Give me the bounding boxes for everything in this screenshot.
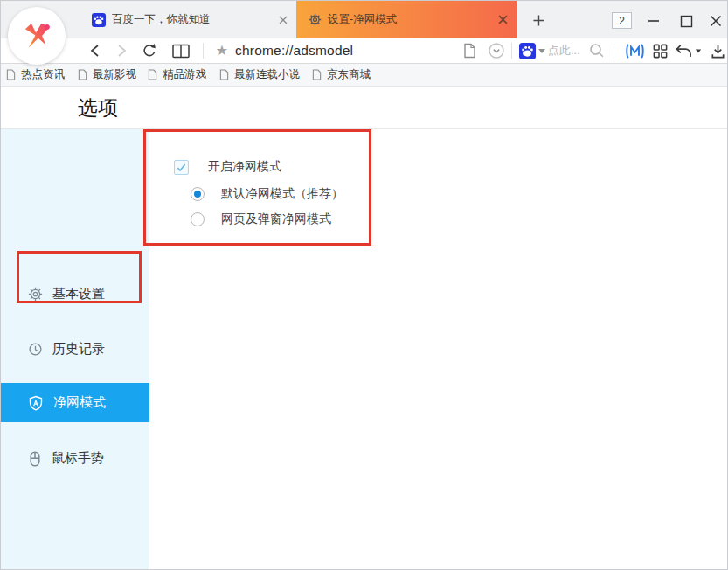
download-icon[interactable] bbox=[707, 38, 728, 63]
bookmark-item[interactable]: 最新连载小说 bbox=[219, 64, 300, 86]
new-tab-button[interactable] bbox=[529, 10, 548, 30]
tab-bar: 百度一下，你就知道 设置-净网模式 2 bbox=[1, 1, 728, 38]
sidebar-item-basic-settings[interactable]: 基本设置 bbox=[1, 275, 149, 314]
clock-icon bbox=[28, 342, 43, 357]
gear-icon bbox=[28, 287, 43, 302]
tab-baidu-home[interactable]: 百度一下，你就知道 bbox=[80, 1, 296, 38]
sidebar-item-mouse-gestures[interactable]: 鼠标手势 bbox=[1, 439, 149, 478]
bookmark-label: 热点资讯 bbox=[21, 67, 65, 82]
search-engine-baidu-icon[interactable] bbox=[518, 38, 536, 63]
sidebar-item-clean-mode[interactable]: 净网模式 bbox=[1, 383, 149, 422]
bookmark-label: 精品游戏 bbox=[163, 67, 206, 82]
undo-caret-icon[interactable] bbox=[694, 38, 703, 63]
bookmark-item[interactable]: 京东商城 bbox=[312, 64, 371, 86]
sidebar-item-label: 基本设置 bbox=[52, 286, 105, 302]
popup-clean-mode-radio[interactable] bbox=[191, 212, 205, 226]
bookmark-label: 京东商城 bbox=[327, 67, 371, 82]
page-title: 选项 bbox=[78, 94, 118, 122]
enable-clean-mode-checkbox[interactable] bbox=[174, 160, 189, 175]
page-icon bbox=[219, 69, 229, 80]
bookmark-star-icon[interactable]: ★ bbox=[213, 38, 231, 63]
enable-clean-mode-label: 开启净网模式 bbox=[208, 159, 281, 175]
forward-icon[interactable] bbox=[113, 38, 130, 63]
reading-mode-icon[interactable] bbox=[169, 38, 193, 63]
app-grid-icon[interactable] bbox=[650, 38, 669, 63]
baidu-paw-icon bbox=[92, 13, 106, 27]
novel-reader-icon[interactable] bbox=[622, 38, 647, 63]
settings-sidebar: 基本设置 历史记录 净网模式 bbox=[1, 129, 149, 570]
navigation-toolbar: ★ chrome://adsmodel 点此... bbox=[1, 38, 728, 63]
minimize-button[interactable] bbox=[644, 13, 663, 29]
gear-icon bbox=[309, 13, 322, 26]
back-icon[interactable] bbox=[87, 38, 104, 63]
bookmark-label: 最新连载小说 bbox=[234, 67, 300, 82]
bookmark-item[interactable]: 精品游戏 bbox=[148, 64, 206, 86]
address-bar-url[interactable]: chrome://adsmodel bbox=[235, 38, 353, 63]
sidebar-item-history[interactable]: 历史记录 bbox=[1, 330, 149, 369]
new-page-icon[interactable] bbox=[460, 38, 479, 63]
undo-closed-tab-icon[interactable] bbox=[672, 38, 695, 63]
toolbar-divider bbox=[511, 43, 512, 59]
page-icon bbox=[6, 69, 16, 80]
maximize-button[interactable] bbox=[676, 13, 696, 29]
search-icon[interactable] bbox=[587, 38, 607, 63]
browser-window: 百度一下，你就知道 设置-净网模式 2 bbox=[0, 0, 728, 570]
bookmark-item[interactable]: 热点资讯 bbox=[6, 64, 65, 86]
shield-a-icon bbox=[28, 395, 44, 411]
window-count-badge[interactable]: 2 bbox=[612, 12, 632, 29]
check-icon bbox=[176, 162, 187, 173]
refresh-icon[interactable] bbox=[139, 38, 160, 63]
mouse-icon bbox=[28, 451, 42, 467]
dropdown-circle-icon[interactable] bbox=[487, 38, 506, 63]
options-header: 选项 bbox=[1, 87, 728, 129]
default-clean-mode-radio[interactable] bbox=[191, 187, 205, 201]
search-engine-caret-icon[interactable] bbox=[537, 38, 547, 63]
default-clean-mode-label: 默认净网模式（推荐） bbox=[221, 186, 343, 202]
bookmark-label: 最新影视 bbox=[93, 67, 136, 82]
popup-clean-mode-label: 网页及弹窗净网模式 bbox=[221, 212, 331, 227]
tab-close-icon[interactable] bbox=[279, 16, 288, 24]
tab-title: 百度一下，你就知道 bbox=[112, 12, 272, 27]
default-clean-mode-row: 默认净网模式（推荐） bbox=[191, 186, 343, 202]
sidebar-item-label: 净网模式 bbox=[53, 394, 106, 411]
browser-logo[interactable] bbox=[8, 7, 66, 65]
bookmark-item[interactable]: 最新影视 bbox=[78, 64, 136, 86]
page-icon bbox=[148, 69, 157, 80]
sidebar-item-label: 鼠标手势 bbox=[52, 450, 104, 467]
page-icon bbox=[78, 69, 87, 80]
enable-clean-mode-row: 开启净网模式 bbox=[174, 159, 281, 175]
toolbar-divider bbox=[203, 43, 204, 59]
popup-clean-mode-row: 网页及弹窗净网模式 bbox=[191, 212, 331, 227]
tab-settings-active[interactable]: 设置-净网模式 bbox=[296, 1, 517, 38]
toolbar-divider bbox=[614, 43, 614, 59]
sidebar-item-label: 历史记录 bbox=[52, 341, 105, 358]
bookmarks-bar: 热点资讯 最新影视 精品游戏 最新连载小说 京东商城 bbox=[1, 63, 728, 87]
tab-close-icon[interactable] bbox=[498, 15, 508, 24]
search-input[interactable]: 点此... bbox=[548, 38, 580, 63]
tab-title: 设置-净网模式 bbox=[328, 12, 491, 27]
window-close-icon[interactable] bbox=[706, 13, 725, 29]
page-icon bbox=[312, 69, 322, 80]
